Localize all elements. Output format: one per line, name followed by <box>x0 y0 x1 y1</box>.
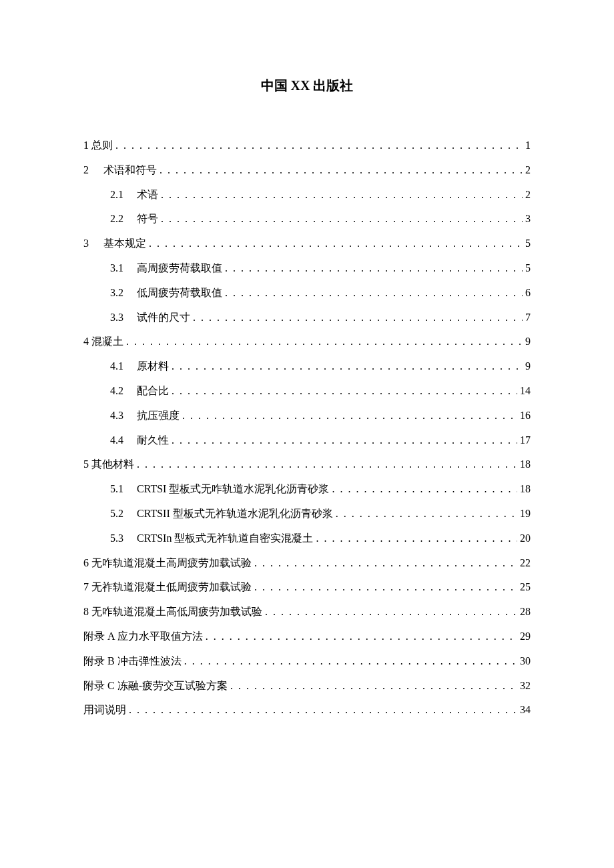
toc-entry-number: 4.2 <box>110 379 137 404</box>
toc-entry-page: 28 <box>520 600 531 624</box>
toc-entry-label: 4 混凝土 <box>83 330 123 354</box>
toc-entry-page: 2 <box>525 158 531 183</box>
toc-leader-dots <box>160 158 523 183</box>
toc-entry-label: 8 无咋轨道混凝土高低周疲劳加载试验 <box>83 600 262 624</box>
toc-entry-number: 2 <box>83 158 103 183</box>
toc-entry-label: 抗压强度 <box>137 404 180 428</box>
toc-leader-dots <box>172 428 517 453</box>
toc-entry-page: 30 <box>520 649 531 674</box>
toc-leader-dots <box>316 526 517 551</box>
toc-entry: 5.2CRTSII 型板式无祚轨道水泥乳化沥青砂浆19 <box>83 502 531 526</box>
toc-entry-page: 22 <box>520 551 531 576</box>
toc-entry: 6 无咋轨道混凝土高周疲劳加载试验22 <box>83 551 531 576</box>
toc-entry-label: CRTSIn 型板式无祚轨道自密实混凝土 <box>137 526 313 551</box>
toc-entry: 附录 B 冲击弹性波法30 <box>83 649 531 674</box>
toc-entry: 4.1原材料9 <box>83 354 531 379</box>
toc-entry: 3.3试件的尺寸7 <box>83 306 531 330</box>
toc-entry-number: 4.3 <box>110 404 137 428</box>
toc-entry-number: 3.3 <box>110 306 137 330</box>
toc-leader-dots <box>336 502 517 526</box>
toc-entry-page: 19 <box>520 502 531 526</box>
toc-entry-number: 3.1 <box>110 256 137 281</box>
toc-entry-page: 20 <box>520 526 531 551</box>
toc-entry-page: 18 <box>520 452 531 477</box>
toc-entry-label: 术语和符号 <box>103 158 157 183</box>
toc-entry-page: 5 <box>525 232 531 256</box>
toc-entry: 2.2符号3 <box>83 207 531 232</box>
toc-leader-dots <box>161 207 523 232</box>
toc-entry: 8 无咋轨道混凝土高低周疲劳加载试验28 <box>83 600 531 624</box>
toc-leader-dots <box>193 306 523 330</box>
toc-entry-label: 低周疲劳荷载取值 <box>137 281 222 306</box>
toc-entry: 5.3CRTSIn 型板式无祚轨道自密实混凝土20 <box>83 526 531 551</box>
toc-entry: 5 其他材料18 <box>83 452 531 477</box>
toc-leader-dots <box>126 330 523 354</box>
toc-entry-label: 高周疲劳荷载取值 <box>137 256 222 281</box>
toc-leader-dots <box>230 674 517 699</box>
toc-entry-label: 附录 A 应力水平取值方法 <box>83 624 203 649</box>
toc-entry-label: CRTSI 型板式无咋轨道水泥乳化沥青砂浆 <box>137 477 329 502</box>
toc-entry-label: 7 无祚轨道混凝土低周疲劳加载试验 <box>83 575 252 600</box>
toc-leader-dots <box>172 354 523 379</box>
toc-entry-label: 附录 B 冲击弹性波法 <box>83 649 182 674</box>
toc-entry-label: 术语 <box>137 183 158 207</box>
toc-entry-label: 附录 C 冻融-疲劳交互试验方案 <box>83 674 228 699</box>
page-title: 中国 XX 出版社 <box>83 77 531 95</box>
toc-leader-dots <box>206 624 517 649</box>
toc-leader-dots <box>182 404 517 428</box>
toc-entry-page: 18 <box>520 477 531 502</box>
toc-entry: 1 总则1 <box>83 133 531 158</box>
toc-entry-page: 9 <box>525 330 531 354</box>
toc-entry: 4 混凝土9 <box>83 330 531 354</box>
toc-leader-dots <box>225 256 523 281</box>
toc-entry-page: 25 <box>520 575 531 600</box>
toc-entry-label: 基本规定 <box>103 232 146 256</box>
toc-entry: 3基本规定5 <box>83 232 531 256</box>
toc-entry-label: 6 无咋轨道混凝土高周疲劳加载试验 <box>83 551 252 576</box>
toc-entry-number: 4.4 <box>110 428 137 453</box>
toc-entry-page: 17 <box>520 428 531 453</box>
toc-entry: 用词说明34 <box>83 698 531 723</box>
toc-entry-page: 7 <box>525 306 531 330</box>
toc-entry: 7 无祚轨道混凝土低周疲劳加载试验25 <box>83 575 531 600</box>
toc-leader-dots <box>254 575 517 600</box>
toc-entry-page: 16 <box>520 404 531 428</box>
toc-entry-number: 3 <box>83 232 103 256</box>
toc-leader-dots <box>129 698 517 723</box>
toc-entry-label: CRTSII 型板式无祚轨道水泥乳化沥青砂浆 <box>137 502 333 526</box>
toc-leader-dots <box>137 452 517 477</box>
toc-entry-page: 5 <box>525 256 531 281</box>
toc-entry-page: 9 <box>525 354 531 379</box>
toc-entry-label: 符号 <box>137 207 158 232</box>
toc-entry: 4.2配合比14 <box>83 379 531 404</box>
toc-entry-page: 3 <box>525 207 531 232</box>
toc-leader-dots <box>161 183 523 207</box>
toc-leader-dots <box>172 379 517 404</box>
toc-leader-dots <box>115 133 523 158</box>
toc-entry-label: 用词说明 <box>83 698 126 723</box>
toc-entry-label: 配合比 <box>137 379 169 404</box>
toc-entry: 4.3抗压强度16 <box>83 404 531 428</box>
toc-entry-page: 2 <box>525 183 531 207</box>
toc-entry-number: 5.2 <box>110 502 137 526</box>
toc-entry-number: 3.2 <box>110 281 137 306</box>
toc-entry-number: 5.3 <box>110 526 137 551</box>
toc-leader-dots <box>149 232 523 256</box>
toc-entry-page: 29 <box>520 624 531 649</box>
toc-entry-label: 耐久性 <box>137 428 169 453</box>
toc-leader-dots <box>332 477 517 502</box>
toc-entry-number: 4.1 <box>110 354 137 379</box>
table-of-contents: 1 总则12术语和符号22.1术语22.2符号33基本规定53.1高周疲劳荷载取… <box>83 133 531 723</box>
toc-entry-page: 1 <box>525 133 531 158</box>
toc-entry: 3.1高周疲劳荷载取值5 <box>83 256 531 281</box>
toc-entry-label: 原材料 <box>137 354 169 379</box>
toc-entry-page: 32 <box>520 674 531 699</box>
toc-entry-number: 2.1 <box>110 183 137 207</box>
toc-entry: 附录 A 应力水平取值方法29 <box>83 624 531 649</box>
toc-entry: 3.2低周疲劳荷载取值6 <box>83 281 531 306</box>
toc-leader-dots <box>265 600 517 624</box>
toc-entry: 附录 C 冻融-疲劳交互试验方案32 <box>83 674 531 699</box>
toc-leader-dots <box>225 281 523 306</box>
toc-entry: 2.1术语2 <box>83 183 531 207</box>
toc-entry-page: 6 <box>525 281 531 306</box>
